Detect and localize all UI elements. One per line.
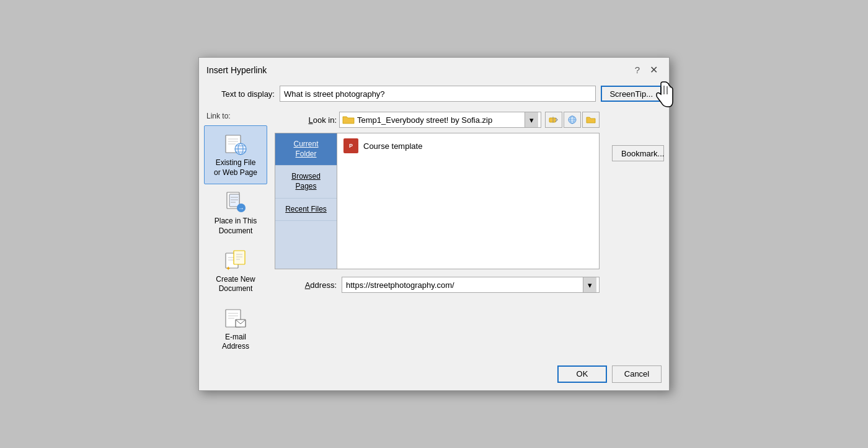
help-button[interactable]: ? bbox=[631, 63, 644, 76]
main-content: Look in: Temp1_Everybody street! by Sofi… bbox=[267, 112, 607, 358]
svg-text:→: → bbox=[238, 205, 244, 212]
email-icon bbox=[224, 307, 247, 330]
insert-hyperlink-dialog: Insert Hyperlink ? ✕ Text to display: Sc… bbox=[198, 57, 670, 391]
sidebar-item-place-in-doc[interactable]: → Place in ThisDocument bbox=[204, 184, 267, 242]
screentip-button-wrap: ScreenTip... bbox=[601, 86, 662, 102]
address-dropdown-arrow[interactable]: ▾ bbox=[583, 277, 596, 292]
dialog-title: Insert Hyperlink bbox=[206, 65, 267, 75]
browse-web-button[interactable] bbox=[564, 112, 581, 128]
sidebar-item-create-new[interactable]: ✦ Create NewDocument bbox=[204, 243, 267, 300]
address-label: Address: bbox=[275, 280, 337, 290]
ok-button[interactable]: OK bbox=[557, 365, 607, 383]
title-bar: Insert Hyperlink ? ✕ bbox=[199, 58, 669, 81]
existing-file-icon bbox=[224, 132, 247, 156]
file-item-course-template[interactable]: P Course template bbox=[340, 136, 596, 156]
address-value: https://streetphotography.com/ bbox=[345, 280, 583, 290]
text-to-display-input[interactable] bbox=[280, 86, 596, 102]
dialog-body: Link to: E bbox=[199, 104, 669, 358]
place-in-doc-label: Place in ThisDocument bbox=[215, 217, 257, 236]
svg-text:✦: ✦ bbox=[226, 265, 231, 272]
toolbar-icons bbox=[545, 112, 600, 128]
nav-browsed-pages[interactable]: BrowsedPages bbox=[275, 166, 337, 198]
sidebar-item-email[interactable]: E-mailAddress bbox=[204, 300, 267, 358]
close-button[interactable]: ✕ bbox=[646, 63, 662, 77]
browse-folders-button[interactable] bbox=[582, 112, 600, 128]
look-in-label: Look in: bbox=[275, 115, 337, 125]
text-to-display-label: Text to display: bbox=[206, 89, 275, 99]
right-panel: Bookmark... bbox=[607, 112, 669, 358]
screentip-button[interactable]: ScreenTip... bbox=[601, 86, 662, 102]
look-in-dropdown-arrow[interactable]: ▾ bbox=[525, 112, 538, 127]
create-new-label: Create NewDocument bbox=[216, 275, 255, 294]
back-button[interactable] bbox=[545, 112, 562, 128]
file-item-name: Course template bbox=[363, 141, 422, 151]
look-in-combo[interactable]: Temp1_Everybody street! by Sofia.zip ▾ bbox=[339, 112, 541, 128]
sidebar-item-existing-file[interactable]: Existing Fileor Web Page bbox=[204, 125, 267, 184]
place-in-doc-icon: → bbox=[224, 190, 247, 214]
create-new-icon: ✦ bbox=[224, 249, 247, 272]
existing-file-label: Existing Fileor Web Page bbox=[214, 158, 257, 177]
sidebar: Link to: E bbox=[199, 112, 267, 358]
ppt-file-icon: P bbox=[343, 138, 358, 153]
address-row: Address: https://streetphotography.com/ … bbox=[275, 277, 600, 293]
cancel-button[interactable]: Cancel bbox=[612, 365, 662, 383]
folder-yellow-icon bbox=[342, 115, 355, 125]
svg-rect-22 bbox=[234, 251, 245, 264]
file-area: CurrentFolder BrowsedPages Recent Files … bbox=[275, 133, 600, 269]
title-bar-controls: ? ✕ bbox=[631, 63, 662, 77]
file-list: P Course template bbox=[337, 133, 599, 269]
email-label: E-mailAddress bbox=[222, 333, 249, 352]
address-combo: https://streetphotography.com/ ▾ bbox=[342, 277, 600, 293]
look-in-row: Look in: Temp1_Everybody street! by Sofi… bbox=[275, 112, 600, 128]
look-in-value: Temp1_Everybody street! by Sofia.zip bbox=[357, 115, 522, 125]
svg-rect-32 bbox=[549, 118, 556, 122]
nav-current-folder[interactable]: CurrentFolder bbox=[275, 133, 337, 166]
dialog-footer: OK Cancel bbox=[199, 358, 669, 390]
folder-nav: CurrentFolder BrowsedPages Recent Files bbox=[275, 133, 337, 269]
link-to-label: Link to: bbox=[204, 112, 267, 120]
nav-recent-files[interactable]: Recent Files bbox=[275, 199, 337, 222]
bookmark-button[interactable]: Bookmark... bbox=[612, 145, 664, 161]
